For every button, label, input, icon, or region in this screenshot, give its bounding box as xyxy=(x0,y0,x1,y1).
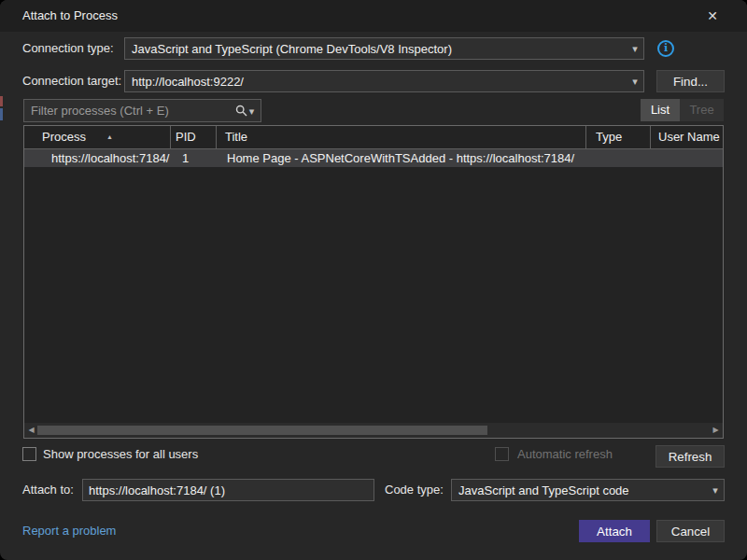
filter-processes-box[interactable] xyxy=(23,99,261,122)
filter-processes-input[interactable] xyxy=(24,103,229,119)
chevron-down-icon xyxy=(627,71,643,91)
code-type-dropdown[interactable]: JavaScript and TypeScript code xyxy=(451,479,725,501)
row-username-cell xyxy=(651,149,723,167)
titlebar[interactable]: Attach to Process ✕ xyxy=(0,0,747,32)
attach-button[interactable]: Attach xyxy=(579,520,650,542)
list-view-button[interactable]: List xyxy=(641,99,680,121)
attach-to-label: Attach to: xyxy=(22,479,74,501)
connection-type-label: Connection type: xyxy=(22,37,114,60)
row-type-cell xyxy=(586,149,651,167)
dialog-title: Attach to Process xyxy=(22,0,118,32)
find-button[interactable]: Find... xyxy=(656,70,725,92)
process-table: Process PID Title Type User Name https:/… xyxy=(23,125,724,439)
automatic-refresh-label: Automatic refresh xyxy=(517,443,613,466)
automatic-refresh-checkbox xyxy=(495,447,509,461)
column-header-title[interactable]: Title xyxy=(217,126,586,148)
column-header-type[interactable]: Type xyxy=(586,126,651,148)
code-type-value: JavaScript and TypeScript code xyxy=(452,483,707,497)
table-header: Process PID Title Type User Name xyxy=(24,126,723,149)
attach-to-process-dialog: Attach to Process ✕ Connection type: Jav… xyxy=(0,0,747,560)
connection-type-value: JavaScript and TypeScript (Chrome DevToo… xyxy=(125,42,627,56)
scroll-left-icon[interactable] xyxy=(24,423,38,438)
show-all-users-label: Show processes for all users xyxy=(43,443,198,466)
chevron-down-icon xyxy=(707,480,724,500)
row-process-cell: https://localhost:7184/ xyxy=(24,149,171,167)
background-artifact xyxy=(0,108,3,120)
close-icon[interactable]: ✕ xyxy=(691,0,734,32)
code-type-label: Code type: xyxy=(385,479,444,501)
search-options-button[interactable] xyxy=(229,101,261,121)
row-pid-cell: 1 xyxy=(171,149,217,167)
scroll-right-icon[interactable] xyxy=(709,423,723,438)
connection-type-dropdown[interactable]: JavaScript and TypeScript (Chrome DevToo… xyxy=(124,37,644,60)
horizontal-scrollbar[interactable] xyxy=(24,423,723,438)
column-header-pid[interactable]: PID xyxy=(171,126,217,148)
refresh-button[interactable]: Refresh xyxy=(655,445,725,468)
chevron-down-icon xyxy=(627,38,643,59)
connection-target-combobox[interactable]: http://localhost:9222/ xyxy=(124,70,644,92)
column-header-process[interactable]: Process xyxy=(24,126,171,148)
chevron-down-icon xyxy=(249,101,255,121)
search-icon xyxy=(235,105,247,117)
cancel-button[interactable]: Cancel xyxy=(656,520,725,542)
report-a-problem-link[interactable]: Report a problem xyxy=(22,524,116,538)
background-artifact xyxy=(0,96,3,106)
attach-to-input[interactable] xyxy=(82,479,374,501)
show-all-users-checkbox[interactable] xyxy=(22,447,36,461)
connection-target-label: Connection target: xyxy=(22,70,121,92)
sort-ascending-icon xyxy=(106,126,113,148)
scrollbar-thumb[interactable] xyxy=(37,426,487,435)
connection-target-value: http://localhost:9222/ xyxy=(125,75,627,89)
column-header-process-label: Process xyxy=(42,130,86,144)
info-icon[interactable]: i xyxy=(657,40,674,57)
table-row[interactable]: https://localhost:7184/ 1 Home Page - AS… xyxy=(24,149,723,167)
row-title-cell: Home Page - ASPNetCoreWithTSAdded - http… xyxy=(217,149,586,167)
tree-view-button[interactable]: Tree xyxy=(680,99,724,121)
column-header-username[interactable]: User Name xyxy=(651,126,723,148)
